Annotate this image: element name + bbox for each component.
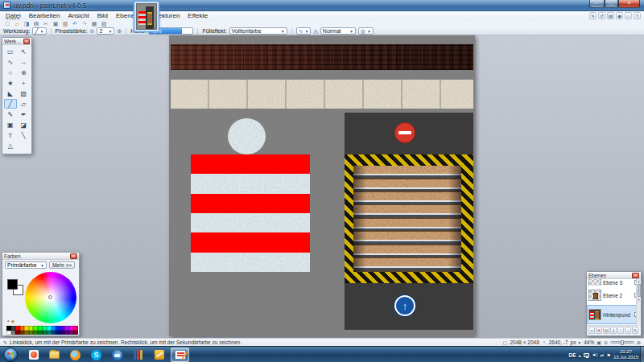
tool-move-selected-pixels[interactable]: ↖	[18, 47, 31, 56]
primary-color-swatch[interactable]	[7, 279, 18, 290]
settings-icon[interactable]: ☼	[625, 12, 632, 19]
layers-palette-titlebar[interactable]: Ebenen ✕	[587, 272, 641, 279]
zoom-fit-icon[interactable]: ▣	[597, 339, 601, 345]
menu-datei[interactable]: Datei	[2, 11, 25, 20]
close-icon[interactable]: ✕	[632, 273, 639, 278]
tool-eraser[interactable]: ▱	[18, 99, 31, 109]
print-icon[interactable]: ▤	[32, 21, 40, 27]
paste-icon[interactable]: ▥	[61, 21, 69, 27]
merge-layer-down-icon[interactable]: ⇓	[610, 327, 617, 334]
taskbar-firefox[interactable]	[66, 348, 85, 362]
tool-pencil[interactable]: ✎	[4, 109, 17, 119]
tool-zoom[interactable]: ⊕	[18, 68, 31, 77]
blend-mode-dropdown[interactable]: Normal▼	[320, 27, 356, 35]
tray-clock[interactable]: 21:27 13.Jul.2015	[613, 349, 638, 360]
scrollbar-thumb[interactable]	[638, 284, 641, 297]
image-canvas[interactable]: ↑	[169, 35, 475, 336]
tool-shapes[interactable]: △	[4, 141, 17, 150]
move-layer-down-icon[interactable]: ↓	[625, 327, 631, 334]
tool-clone-stamp[interactable]: ▣	[4, 120, 17, 130]
tool-paint-bucket[interactable]: ◣	[4, 88, 17, 98]
redo-icon[interactable]: ↷	[80, 21, 89, 27]
tool-gradient[interactable]: ▧	[18, 88, 31, 98]
menu-effekte[interactable]: Effekte	[184, 11, 212, 20]
menu-bearbeiten[interactable]: Bearbeiten	[25, 11, 64, 20]
taskbar-thunderbird[interactable]	[108, 348, 126, 362]
start-button[interactable]	[3, 348, 18, 362]
colors-palette-titlebar[interactable]: Farben ✕	[2, 253, 79, 260]
layer-row-ebene3[interactable]: Ebene 3 ✓	[587, 279, 641, 286]
colors-toggle-icon[interactable]: ◉	[616, 12, 623, 19]
show-desktop-button[interactable]	[640, 347, 644, 362]
brush-width-input[interactable]: 2▼	[97, 27, 114, 35]
delete-layer-icon[interactable]: ✕	[596, 327, 602, 334]
tool-rectangle-select[interactable]: ▭	[4, 47, 17, 56]
active-tool-dropdown[interactable]: ╱▼	[32, 27, 46, 35]
close-button[interactable]: ✕	[618, 0, 640, 8]
color-wheel[interactable]	[25, 272, 76, 323]
fill-style-dropdown[interactable]: Volltonfarbe▼	[229, 27, 287, 35]
layers-toggle-icon[interactable]: ▤	[607, 12, 614, 19]
crop-icon[interactable]: ▦	[90, 21, 98, 27]
tool-lasso-select[interactable]: ∿	[4, 57, 17, 67]
zoom-out-icon[interactable]: ⊖	[604, 339, 608, 345]
network-icon[interactable]	[584, 353, 589, 357]
antialiasing-icon[interactable]: ◬	[313, 27, 317, 35]
taskbar-orange-app[interactable]	[150, 348, 168, 362]
layer-row-hintergrund[interactable]: Hintergrund ✓	[587, 305, 641, 324]
tools-toggle-icon[interactable]: ✎	[589, 12, 597, 19]
action-center-flag-icon[interactable]: ⚑	[607, 352, 611, 358]
unit-dropdown[interactable]: px ▼	[571, 339, 582, 345]
tool-magic-wand[interactable]: ★	[4, 78, 17, 88]
tool-pan[interactable]: +	[18, 78, 31, 88]
more-colors-button[interactable]: Mehr >>	[49, 261, 75, 269]
scroll-down-icon[interactable]: ▾	[637, 298, 641, 302]
taskbar-winrar[interactable]	[129, 348, 147, 362]
maximize-button[interactable]: ▢	[605, 0, 618, 8]
hidden-icons-icon[interactable]: ▴	[579, 352, 581, 358]
language-indicator[interactable]: DE	[569, 352, 576, 358]
tool-line-curve[interactable]: ╲	[18, 130, 31, 140]
tool-text[interactable]: T	[4, 130, 17, 140]
zoom-slider[interactable]	[610, 341, 634, 343]
taskbar-media-player[interactable]	[24, 348, 43, 362]
layer-row-ebene2[interactable]: Ebene 2 ✓	[587, 286, 641, 305]
taskbar-windows-explorer[interactable]	[45, 348, 64, 362]
deselect-icon[interactable]: ▧	[100, 21, 108, 27]
minimize-button[interactable]: –	[589, 0, 605, 8]
brush-width-decrease-icon[interactable]: ⊖	[90, 27, 95, 35]
duplicate-layer-icon[interactable]: ⧉	[603, 327, 609, 334]
volume-icon[interactable]: ◄)	[592, 352, 598, 357]
new-file-icon[interactable]: □	[3, 21, 11, 27]
color-wheel-cursor[interactable]	[48, 295, 52, 299]
move-layer-up-icon[interactable]: ↑	[617, 327, 624, 334]
tool-recolor[interactable]: ◪	[18, 120, 31, 130]
add-layer-icon[interactable]: +	[588, 327, 595, 334]
open-file-icon[interactable]: ▱	[13, 21, 21, 27]
scroll-up-icon[interactable]: ▴	[637, 279, 641, 283]
gradient-options-dropdown[interactable]: ∿▼	[296, 27, 312, 35]
color-mode-dropdown[interactable]: Primärfarbe▼	[5, 261, 47, 269]
history-toggle-icon[interactable]: ↺	[598, 12, 605, 19]
tools-palette-titlebar[interactable]: Werkzeuge ✕	[2, 38, 31, 45]
cut-icon[interactable]: ✂	[42, 21, 50, 27]
tool-color-picker[interactable]: ✒	[18, 109, 31, 119]
sync-icon[interactable]: ⇄	[601, 352, 605, 358]
close-icon[interactable]: ✕	[23, 39, 30, 44]
palette-icon[interactable]: ❖	[10, 319, 14, 324]
menu-ansicht[interactable]: Ansicht	[64, 11, 93, 20]
copy-icon[interactable]: ▣	[52, 21, 60, 27]
image-list-dropdown-icon[interactable]: ▾	[162, 13, 164, 19]
help-icon[interactable]: ?	[634, 12, 641, 19]
save-icon[interactable]: ◨	[23, 21, 31, 27]
menu-bild[interactable]: Bild	[93, 11, 112, 20]
tool-paintbrush[interactable]: ╱	[4, 99, 17, 109]
zoom-in-icon[interactable]: ⊕	[637, 339, 641, 345]
brush-width-increase-icon[interactable]: ⊕	[117, 27, 122, 35]
image-tab-selected[interactable]	[134, 1, 159, 32]
tool-move-selection[interactable]: ↔	[18, 57, 31, 67]
taskbar-skype[interactable]: S	[87, 348, 105, 362]
selection-mode-dropdown[interactable]: ◍▼	[358, 27, 374, 35]
layer-scrollbar[interactable]: ▴ ▾	[636, 279, 641, 326]
undo-icon[interactable]: ↶	[71, 21, 79, 27]
